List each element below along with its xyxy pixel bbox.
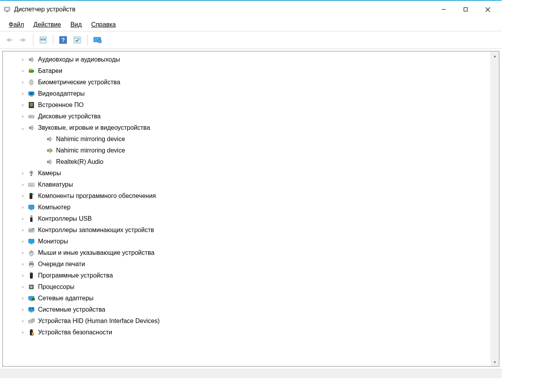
chevron-right-icon[interactable]: › bbox=[19, 171, 26, 176]
chevron-right-icon[interactable]: › bbox=[19, 296, 26, 301]
svg-rect-46 bbox=[30, 184, 31, 185]
chevron-right-icon[interactable]: › bbox=[19, 216, 26, 221]
tree-category[interactable]: ›Видеоадаптеры bbox=[3, 88, 490, 99]
chevron-right-icon[interactable]: › bbox=[19, 307, 26, 312]
chevron-right-icon[interactable]: › bbox=[19, 330, 26, 335]
svg-rect-55 bbox=[30, 209, 33, 210]
tree-category-label: Контроллеры USB bbox=[38, 215, 92, 222]
maximize-button[interactable] bbox=[455, 2, 477, 17]
properties-button[interactable] bbox=[36, 33, 50, 47]
usb-icon bbox=[27, 214, 36, 223]
tree-category[interactable]: ›Очереди печати bbox=[3, 258, 490, 270]
scan-hardware-button[interactable] bbox=[71, 33, 84, 47]
chevron-right-icon[interactable]: › bbox=[19, 205, 26, 210]
device-tree-panel: ›Аудиовходы и аудиовыходы›Батареи›Биомет… bbox=[2, 51, 499, 367]
svg-rect-12 bbox=[44, 39, 45, 40]
chevron-right-icon[interactable]: › bbox=[19, 250, 26, 256]
tree-category[interactable]: ›Батареи bbox=[3, 65, 490, 76]
scroll-up-icon[interactable]: ▴ bbox=[490, 51, 499, 60]
tree-category[interactable]: ›Дисковые устройства bbox=[3, 111, 490, 122]
svg-point-51 bbox=[31, 194, 31, 195]
tree-category[interactable]: ›Системные устройства bbox=[3, 304, 490, 315]
chevron-right-icon[interactable]: › bbox=[19, 239, 26, 244]
chevron-right-icon[interactable]: › bbox=[19, 68, 26, 74]
menu-action[interactable]: Действие bbox=[29, 20, 65, 30]
tree-category[interactable]: ⌄Звуковые, игровые и видеоустройства bbox=[3, 122, 490, 133]
disk-icon bbox=[27, 112, 36, 121]
network-icon bbox=[27, 294, 36, 303]
menubar: Файл Действие Вид Справка bbox=[0, 18, 502, 31]
speaker-icon bbox=[27, 123, 36, 132]
toolbar-separator bbox=[53, 34, 53, 45]
svg-point-68 bbox=[31, 274, 32, 274]
tree-category[interactable]: ›Процессоры bbox=[3, 281, 490, 292]
svg-point-23 bbox=[29, 68, 31, 70]
content-area: ›Аудиовходы и аудиовыходы›Батареи›Биомет… bbox=[0, 49, 502, 369]
close-button[interactable] bbox=[477, 2, 499, 17]
chevron-right-icon[interactable]: › bbox=[19, 102, 26, 108]
tree-category[interactable]: ›Биометрические устройства bbox=[3, 76, 490, 88]
vertical-scrollbar[interactable]: ▴ ▾ bbox=[490, 51, 499, 366]
svg-rect-79 bbox=[32, 298, 34, 300]
keyboard-icon bbox=[27, 180, 36, 189]
tree-category-label: Звуковые, игровые и видеоустройства bbox=[38, 124, 150, 131]
chevron-right-icon[interactable]: › bbox=[19, 182, 26, 187]
minimize-button[interactable] bbox=[433, 2, 455, 17]
tree-device[interactable]: Nahimic mirroring device bbox=[3, 133, 490, 145]
tree-category[interactable]: ›Клавиатуры bbox=[3, 179, 490, 190]
svg-rect-11 bbox=[41, 39, 43, 40]
monitor-icon bbox=[27, 203, 36, 212]
tree-category[interactable]: ›Аудиовходы и аудиовыходы bbox=[3, 54, 490, 65]
nav-back-button[interactable] bbox=[2, 33, 16, 47]
tree-category[interactable]: ›Встроенное ПО bbox=[3, 99, 490, 111]
storage-controller-icon bbox=[27, 226, 36, 234]
svg-rect-85 bbox=[32, 319, 34, 322]
chevron-right-icon[interactable]: › bbox=[19, 57, 26, 62]
chevron-right-icon[interactable]: › bbox=[19, 284, 26, 290]
fingerprint-icon bbox=[27, 78, 36, 87]
chevron-right-icon[interactable]: › bbox=[19, 114, 26, 119]
tree-category[interactable]: ›Контроллеры запоминающих устройств bbox=[3, 224, 490, 236]
chevron-right-icon[interactable]: › bbox=[19, 227, 26, 233]
help-button[interactable]: ? bbox=[56, 33, 70, 47]
software-device-icon bbox=[27, 271, 36, 280]
tree-device-label: Nahimic mirroring device bbox=[56, 147, 125, 154]
cpu-icon bbox=[27, 283, 36, 291]
tree-category[interactable]: ›+Компоненты программного обеспечения bbox=[3, 190, 490, 201]
camera-icon bbox=[27, 169, 36, 178]
tree-device[interactable]: Realtek(R) Audio bbox=[3, 156, 490, 167]
chevron-right-icon[interactable]: › bbox=[19, 273, 26, 278]
security-icon bbox=[27, 328, 36, 337]
menu-view[interactable]: Вид bbox=[67, 20, 86, 30]
tree-device[interactable]: !Nahimic mirroring device bbox=[3, 145, 490, 156]
tree-category-label: Биометрические устройства bbox=[38, 79, 120, 86]
chevron-down-icon[interactable]: ⌄ bbox=[19, 125, 26, 131]
tree-category[interactable]: ›Компьютер bbox=[3, 201, 490, 213]
chevron-right-icon[interactable]: › bbox=[19, 91, 26, 96]
tree-category[interactable]: ›Камеры bbox=[3, 167, 490, 179]
svg-rect-7 bbox=[9, 39, 12, 41]
chevron-right-icon[interactable]: › bbox=[19, 318, 26, 324]
show-hidden-button[interactable] bbox=[91, 33, 104, 47]
svg-rect-82 bbox=[32, 308, 33, 309]
menu-help[interactable]: Справка bbox=[87, 20, 120, 30]
tree-category[interactable]: ›Устройства безопасности bbox=[3, 327, 490, 338]
svg-text:+: + bbox=[33, 193, 34, 195]
chevron-right-icon[interactable]: › bbox=[19, 261, 26, 267]
tree-category[interactable]: ›Сетевые адаптеры bbox=[3, 292, 490, 304]
tree-category[interactable]: ›Контроллеры USB bbox=[3, 213, 490, 224]
tree-category[interactable]: ›Мониторы bbox=[3, 236, 490, 247]
tree-category[interactable]: ›Устройства HID (Human Interface Devices… bbox=[3, 315, 490, 327]
svg-rect-56 bbox=[31, 216, 32, 218]
chevron-right-icon[interactable]: › bbox=[19, 193, 26, 199]
device-tree[interactable]: ›Аудиовходы и аудиовыходы›Батареи›Биомет… bbox=[3, 51, 490, 366]
scroll-down-icon[interactable]: ▾ bbox=[490, 358, 499, 366]
speaker-icon bbox=[27, 55, 36, 64]
tree-category[interactable]: ›Программные устройства bbox=[3, 270, 490, 281]
tree-category[interactable]: ›Мыши и иные указывающие устройства bbox=[3, 247, 490, 258]
tree-category-label: Устройства безопасности bbox=[38, 329, 112, 336]
nav-forward-button[interactable] bbox=[16, 33, 30, 47]
chevron-right-icon[interactable]: › bbox=[19, 80, 26, 85]
tree-category-label: Очереди печати bbox=[38, 261, 85, 268]
menu-file[interactable]: Файл bbox=[5, 20, 28, 30]
